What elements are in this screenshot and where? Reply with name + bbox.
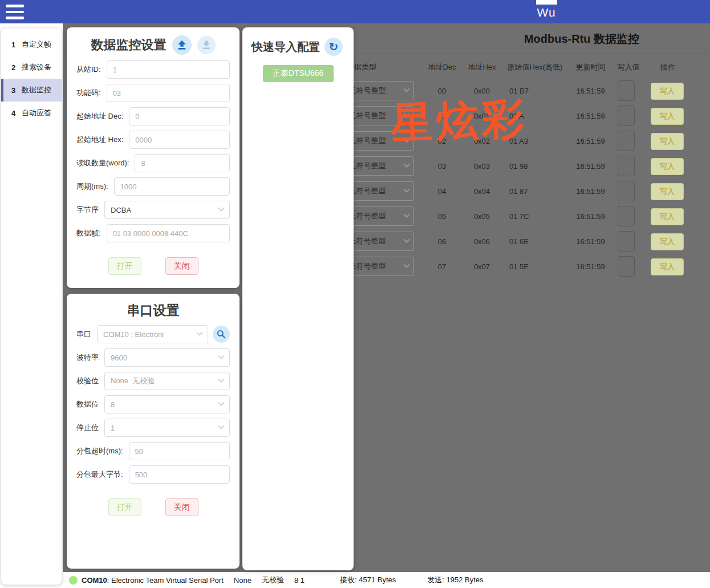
sidebar-item-搜索设备[interactable]: 2搜索设备	[1, 56, 62, 79]
monitor-field-row: 数据帧:	[76, 224, 230, 242]
update-time: 16:51:59	[566, 87, 615, 95]
panel-title: 数据监控设置	[91, 37, 167, 54]
write-value-input[interactable]	[618, 156, 635, 176]
write-value-input[interactable]	[618, 106, 635, 126]
raw-value-hex: 01 5E	[509, 262, 566, 271]
quick-import-panel: 快速导入配置 ↻ 正泰DTSU666	[242, 27, 354, 570]
field-label: 数据位	[76, 399, 99, 409]
sidebar-item-number: 1	[11, 40, 22, 49]
write-button[interactable]: 写入	[651, 83, 684, 100]
status-parity: None	[234, 576, 251, 585]
field-select[interactable]: COM10 : Electroni	[97, 325, 208, 343]
field-select[interactable]: 9600	[104, 348, 230, 367]
hamburger-menu-icon[interactable]	[6, 5, 24, 19]
upload-icon	[176, 39, 188, 51]
sidebar-item-label: 自动应答	[22, 108, 51, 118]
sidebar-item-自定义帧[interactable]: 1自定义帧	[1, 33, 62, 56]
update-time: 16:51:59	[566, 237, 615, 246]
raw-value-hex: 01 87	[509, 187, 566, 196]
field-select[interactable]: 8	[104, 395, 230, 413]
field-label: 波特率	[76, 352, 99, 363]
write-value-input[interactable]	[618, 181, 635, 201]
serial-field-row: 数据位8	[76, 395, 230, 413]
field-select[interactable]: None 无校验	[104, 372, 230, 390]
column-header: 地址Dec	[422, 62, 462, 72]
field-input[interactable]	[129, 465, 230, 484]
address-hex: 0x05	[462, 212, 502, 221]
write-value-input[interactable]	[618, 256, 635, 277]
address-hex: 0x04	[462, 187, 502, 196]
refresh-presets-button[interactable]: ↻	[324, 38, 343, 56]
write-button[interactable]: 写入	[651, 133, 684, 150]
column-header: 原始值Hex(高低)	[506, 62, 563, 72]
write-button[interactable]: 写入	[651, 158, 684, 175]
column-header: 操作	[651, 62, 684, 72]
write-value-input[interactable]	[618, 206, 635, 226]
write-button[interactable]: 写入	[651, 258, 684, 275]
search-ports-button[interactable]	[213, 326, 230, 343]
field-input[interactable]	[107, 84, 230, 102]
preset-device-button[interactable]: 正泰DTSU666	[263, 65, 334, 82]
close-monitor-button[interactable]: 关闭	[165, 257, 198, 275]
sidebar-item-label: 数据监控	[22, 85, 51, 95]
connection-status-icon	[69, 576, 78, 585]
write-value-input[interactable]	[618, 80, 635, 101]
download-icon	[201, 39, 212, 51]
field-input[interactable]	[129, 131, 230, 149]
field-label: 停止位	[76, 423, 99, 433]
sidebar: 1自定义帧2搜索设备3数据监控4自动应答	[1, 29, 62, 585]
column-header: 地址Hex	[462, 62, 502, 72]
chevron-down-icon	[403, 161, 409, 168]
column-header: 写入值	[612, 62, 645, 72]
status-port-desc: : Electronic Team Virtual Serial Port	[107, 576, 224, 585]
open-serial-button[interactable]: 打开	[108, 498, 141, 516]
status-tx-bytes: 发送: 1952 Bytes	[427, 575, 483, 585]
open-monitor-button[interactable]: 打开	[108, 257, 141, 275]
field-select[interactable]: DCBA	[104, 201, 230, 219]
monitor-field-row: 从站ID:	[76, 60, 230, 79]
field-input[interactable]	[135, 154, 230, 172]
sidebar-item-label: 搜索设备	[22, 62, 51, 72]
field-input[interactable]	[114, 177, 230, 196]
field-input[interactable]	[129, 107, 230, 125]
serial-field-row: 波特率9600	[76, 348, 230, 367]
field-input[interactable]	[107, 60, 230, 79]
write-button[interactable]: 写入	[651, 183, 684, 200]
field-label: 校验位	[76, 376, 99, 386]
field-input[interactable]	[107, 224, 230, 242]
sidebar-item-number: 4	[11, 109, 22, 117]
update-time: 16:51:59	[566, 187, 615, 196]
monitor-field-row: 起始地址 Dec:	[76, 107, 230, 125]
field-label: 字节序	[76, 205, 99, 215]
write-button[interactable]: 写入	[651, 233, 684, 250]
update-time: 16:51:59	[566, 162, 615, 171]
download-config-button[interactable]	[197, 36, 216, 54]
address-hex: 0x06	[462, 237, 502, 246]
status-bar: COM10 : Electronic Team Virtual Serial P…	[0, 572, 710, 588]
upload-config-button[interactable]	[172, 35, 192, 55]
monitor-settings-panel: 数据监控设置 从站ID:功能码:起始地址 Dec:起始地址 Hex:读取数量(w…	[67, 27, 240, 288]
address-dec: 07	[422, 262, 462, 271]
field-select[interactable]: 1	[104, 419, 230, 437]
write-value-input[interactable]	[618, 131, 635, 151]
write-value-input[interactable]	[618, 231, 635, 252]
write-button[interactable]: 写入	[651, 108, 684, 125]
field-label: 串口	[76, 329, 91, 339]
refresh-icon: ↻	[329, 41, 339, 52]
serial-field-row: 分包最大字节:	[76, 465, 230, 484]
chevron-down-icon	[403, 237, 409, 243]
monitor-field-row: 起始地址 Hex:	[76, 131, 230, 149]
field-input[interactable]	[129, 442, 230, 460]
sidebar-item-label: 自定义帧	[22, 39, 51, 50]
top-bar: Wu	[0, 0, 710, 23]
field-label: 从站ID:	[76, 64, 101, 75]
close-serial-button[interactable]: 关闭	[165, 498, 198, 516]
monitor-field-row: 周期(ms):	[76, 177, 230, 196]
write-button[interactable]: 写入	[651, 208, 684, 225]
sidebar-item-数据监控[interactable]: 3数据监控	[1, 79, 62, 102]
monitor-field-row: 功能码:	[76, 84, 230, 102]
chevron-down-icon	[218, 353, 224, 359]
sidebar-item-自动应答[interactable]: 4自动应答	[1, 102, 62, 124]
field-label: 周期(ms):	[76, 181, 108, 192]
select-value: DCBA	[111, 206, 131, 214]
